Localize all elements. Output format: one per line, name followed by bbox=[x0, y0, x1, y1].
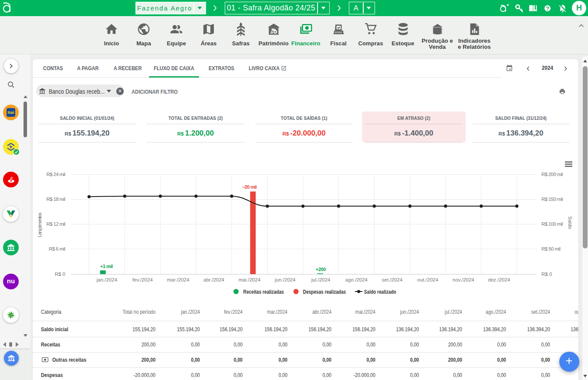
svg-text:Saldo: Saldo bbox=[568, 216, 573, 229]
svg-text:R$ 12 mil: R$ 12 mil bbox=[47, 221, 66, 227]
svg-text:out./2024: out./2024 bbox=[417, 277, 439, 282]
svg-text:R$ 100 mil: R$ 100 mil bbox=[541, 221, 563, 227]
svg-text:R$ 0: R$ 0 bbox=[55, 271, 65, 277]
svg-text:jul./2024: jul./2024 bbox=[311, 277, 331, 282]
svg-text:R$ 50 mil: R$ 50 mil bbox=[541, 246, 561, 251]
svg-text:–20 mil: –20 mil bbox=[242, 184, 257, 190]
svg-text:mai./2024: mai./2024 bbox=[239, 277, 261, 282]
svg-text:+200: +200 bbox=[316, 267, 326, 272]
svg-text:nov./2024: nov./2024 bbox=[453, 277, 474, 282]
svg-text:jun./2024: jun./2024 bbox=[274, 277, 296, 282]
svg-text:R$ 6 mil: R$ 6 mil bbox=[49, 246, 65, 251]
svg-text:dez./2024: dez./2024 bbox=[488, 277, 510, 282]
svg-text:R$ 150 mil: R$ 150 mil bbox=[541, 197, 563, 202]
svg-text:set./2024: set./2024 bbox=[382, 277, 403, 282]
svg-text:fev./2024: fev./2024 bbox=[132, 277, 153, 282]
svg-text:R$ 0: R$ 0 bbox=[541, 271, 552, 277]
svg-text:R$ 18 mil: R$ 18 mil bbox=[47, 197, 66, 202]
svg-text:Saldo realizado: Saldo realizado bbox=[364, 289, 396, 295]
svg-text:R$ 200 mil: R$ 200 mil bbox=[541, 172, 563, 177]
svg-text:Receitas realizadas: Receitas realizadas bbox=[243, 289, 284, 295]
svg-text:ago./2024: ago./2024 bbox=[345, 277, 368, 282]
svg-text:abr./2024: abr./2024 bbox=[203, 277, 225, 282]
svg-text:Despesas realizadas: Despesas realizadas bbox=[303, 289, 346, 295]
svg-text:jan./2024: jan./2024 bbox=[96, 277, 118, 282]
svg-text:+1 mil: +1 mil bbox=[100, 264, 113, 269]
svg-text:Lançamentos: Lançamentos bbox=[37, 212, 42, 237]
svg-text:mar./2024: mar./2024 bbox=[167, 277, 190, 282]
svg-text:?: ? bbox=[546, 5, 549, 12]
svg-text:R$ 24 mil: R$ 24 mil bbox=[47, 172, 66, 177]
